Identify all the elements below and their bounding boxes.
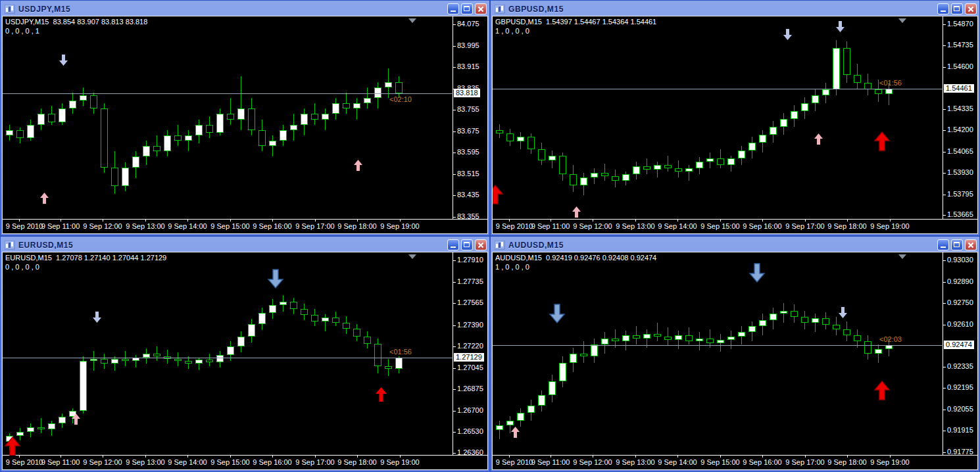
maximize-button[interactable] <box>951 3 963 14</box>
close-button[interactable] <box>965 3 977 14</box>
price-tick-mark <box>453 153 456 153</box>
candle-body <box>559 156 566 174</box>
time-tick-label: 9 Sep 13:00 <box>126 222 164 230</box>
time-tick-label: 9 Sep 2010 <box>6 458 43 466</box>
candle-body <box>612 176 619 181</box>
price-axis[interactable]: 1.279101.277351.275651.273901.272201.270… <box>453 252 487 456</box>
minimize-button[interactable] <box>937 3 949 14</box>
candle-body <box>696 339 703 341</box>
chart-area[interactable]: AUDUSD,M15 0.92419 0.92476 0.92408 0.924… <box>492 252 978 470</box>
time-tick-label: 9 Sep 17:00 <box>785 458 824 466</box>
candle-body <box>633 335 640 339</box>
candle-body <box>833 48 840 89</box>
mt4-workspace: { "app": {"name_hint": "MetaTrader chart… <box>0 0 980 472</box>
gray-down-triangle-icon <box>408 18 416 23</box>
candle-body <box>143 146 150 156</box>
price-tick-mark <box>943 431 946 431</box>
candle-body <box>237 337 245 346</box>
candle-body <box>164 135 171 151</box>
chart-area[interactable]: EURUSD,M15 1.27078 1.27140 1.27044 1.271… <box>2 252 488 470</box>
candle-body <box>885 89 893 94</box>
candle-body <box>580 177 587 185</box>
time-tick-label: 9 Sep 15:00 <box>700 458 739 466</box>
price-tick-mark <box>453 131 456 132</box>
chart-area[interactable]: USDJPY,M15 83.854 83.907 83.813 83.818 0… <box>2 16 488 234</box>
candle-body <box>206 125 213 133</box>
candle-body <box>685 168 693 172</box>
chart-area[interactable]: GBPUSD,M15 1.54397 1.54467 1.54364 1.544… <box>492 16 978 234</box>
up-arrow-signal-icon <box>572 206 581 218</box>
time-tick-label: 9 Sep 16:00 <box>253 458 291 466</box>
candle-wick <box>356 98 357 120</box>
candle-wick <box>815 314 816 332</box>
candle-body <box>27 427 34 432</box>
candle-body <box>506 421 514 425</box>
time-tick-mark <box>61 220 61 222</box>
time-tick-label: 9 Sep 12:00 <box>573 222 612 230</box>
price-axis[interactable]: 0.930300.928900.927500.926100.923350.921… <box>943 252 977 456</box>
minimize-button[interactable] <box>447 239 459 250</box>
time-tick-label: 9 Sep 14:00 <box>168 222 207 230</box>
price-tick-mark <box>453 217 456 218</box>
candle-body <box>780 311 787 314</box>
candle-body <box>122 359 129 361</box>
time-axis[interactable]: 9 Sep 20109 Sep 11:009 Sep 12:009 Sep 13… <box>493 219 977 233</box>
time-tick-mark <box>400 456 401 458</box>
candle-body <box>812 318 819 323</box>
time-axis[interactable]: 9 Sep 20109 Sep 11:009 Sep 12:009 Sep 13… <box>493 455 977 469</box>
minimize-button[interactable] <box>447 3 459 14</box>
candlestick-plot[interactable]: <01:56 <box>3 252 453 456</box>
price-tick-mark <box>453 195 456 196</box>
candle-body <box>111 359 118 364</box>
time-tick-label: 9 Sep 16:00 <box>743 222 781 230</box>
candle-body <box>812 95 819 103</box>
maximize-button[interactable] <box>461 3 473 14</box>
time-tick-mark <box>720 456 721 458</box>
price-axis[interactable]: 84.07583.99583.91583.83583.75583.67583.5… <box>453 16 487 220</box>
candle-body <box>864 341 871 354</box>
price-tick-label: 1.27045 <box>457 364 483 371</box>
candle-body <box>353 103 360 108</box>
candlestick-plot[interactable]: <01:56 <box>493 16 943 220</box>
candlestick-plot[interactable]: <02:03 <box>493 252 943 456</box>
candle-wick <box>499 421 500 439</box>
titlebar[interactable]: USDJPY,M15 <box>2 2 488 16</box>
candle-body <box>364 98 371 103</box>
time-tick-label: 9 Sep 13:00 <box>126 458 164 466</box>
minimize-button[interactable] <box>937 239 949 250</box>
candle-body <box>248 108 255 130</box>
time-axis[interactable]: 9 Sep 20109 Sep 11:009 Sep 12:009 Sep 13… <box>3 219 487 233</box>
candle-body <box>353 329 360 337</box>
price-axis[interactable]: 1.548701.547351.546001.543351.542001.540… <box>943 16 977 220</box>
time-axis[interactable]: 9 Sep 20109 Sep 11:009 Sep 12:009 Sep 13… <box>3 455 487 469</box>
price-tick-label: 83.995 <box>457 41 479 49</box>
candle-body <box>132 156 139 168</box>
candle-wick <box>731 331 731 349</box>
price-tick-label: 84.075 <box>457 20 479 28</box>
candlestick-plot[interactable]: <02:10 <box>3 16 453 220</box>
price-tick-label: 1.54600 <box>947 62 973 70</box>
chart-header: EURUSD,M15 1.27078 1.27140 1.27044 1.271… <box>5 253 166 271</box>
time-tick-label: 9 Sep 2010 <box>6 222 43 230</box>
titlebar[interactable]: GBPUSD,M15 <box>492 2 978 16</box>
titlebar[interactable]: AUDUSD,M15 <box>492 238 978 252</box>
candle-body <box>664 165 672 168</box>
candle-wick <box>272 135 273 156</box>
time-tick-mark <box>847 220 848 222</box>
maximize-button[interactable] <box>951 239 963 250</box>
price-tick-label: 1.53930 <box>947 168 973 176</box>
titlebar[interactable]: EURUSD,M15 <box>2 238 488 252</box>
candle-wick <box>241 76 241 130</box>
close-button[interactable] <box>965 239 977 250</box>
close-button[interactable] <box>475 3 487 14</box>
price-tick-label: 83.675 <box>457 127 479 135</box>
candle-body <box>654 165 661 170</box>
window-title: USDJPY,M15 <box>18 5 445 14</box>
candle-body <box>643 166 650 170</box>
candle-body <box>59 417 66 423</box>
price-tick-mark <box>453 411 456 412</box>
time-tick-label: 9 Sep 17:00 <box>295 222 334 230</box>
maximize-button[interactable] <box>461 239 473 250</box>
close-button[interactable] <box>475 239 487 250</box>
candle-body <box>549 156 556 160</box>
